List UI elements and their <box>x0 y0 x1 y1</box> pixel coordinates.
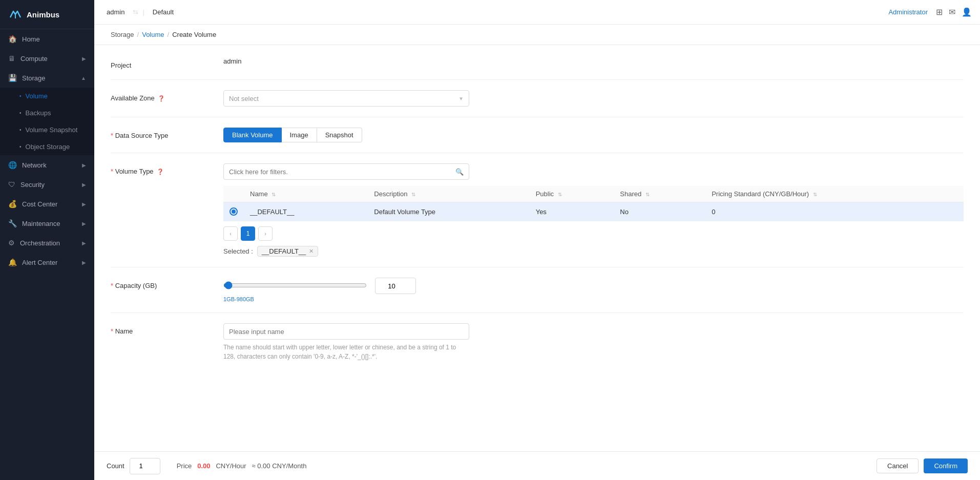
sidebar-child-volume-snapshot[interactable]: Volume Snapshot <box>0 121 94 138</box>
mail-icon[interactable]: ✉ <box>949 7 955 17</box>
logo-text: Animbus <box>27 10 59 19</box>
capacity-row <box>223 278 964 294</box>
capacity-label: Capacity (GB) <box>111 278 223 289</box>
sidebar-child-backups[interactable]: Backups <box>0 105 94 121</box>
pagination: ‹ 1 › <box>223 226 964 241</box>
help-icon-zone: ❓ <box>158 95 165 101</box>
topbar-tab-admin[interactable]: admin <box>102 6 129 18</box>
topbar-right: Administrator ⊞ ✉ 👤 <box>888 7 972 17</box>
sort-desc-icon: ⇅ <box>411 192 415 197</box>
selected-label-text: Selected : <box>223 247 253 255</box>
data-source-btn-group: Blank Volume Image Snapshot <box>223 128 964 142</box>
col-pricing-header[interactable]: Pricing Standard (CNY/GB/Hour) ⇅ <box>705 186 964 202</box>
sidebar-item-maintenance[interactable]: 🔧 Maintenance ▶ <box>0 214 94 233</box>
volume-type-label: Volume Type ❓ <box>111 163 223 175</box>
cost-center-icon: 💰 <box>8 200 17 208</box>
row-radio-cell <box>223 202 244 221</box>
sidebar-orchestration-label: Orchestration <box>20 239 60 247</box>
remove-selected-icon[interactable]: ✕ <box>309 248 314 255</box>
sidebar-item-cost-center[interactable]: 💰 Cost Center ▶ <box>0 194 94 214</box>
project-label: Project <box>111 57 223 69</box>
grid-icon[interactable]: ⊞ <box>936 7 943 17</box>
capacity-input[interactable] <box>375 278 416 294</box>
sidebar-item-network[interactable]: 🌐 Network ▶ <box>0 155 94 175</box>
form-row-project: Project admin <box>111 57 964 80</box>
selected-tag-text: __DEFAULT__ <box>262 247 306 255</box>
name-value-area: The name should start with upper letter,… <box>223 323 964 361</box>
btn-image[interactable]: Image <box>282 128 317 142</box>
sidebar-item-home[interactable]: 🏠 Home <box>0 29 94 49</box>
sidebar-cost-center-label: Cost Center <box>22 200 57 208</box>
user-icon[interactable]: 👤 <box>962 7 972 17</box>
available-zone-label: Available Zone ❓ <box>111 90 223 102</box>
count-section: Count <box>107 458 160 474</box>
next-page-btn[interactable]: › <box>258 226 273 241</box>
slider-wrap <box>223 281 367 291</box>
form-row-name: Name The name should start with upper le… <box>111 323 964 371</box>
sidebar-item-orchestration[interactable]: ⚙ Orchestration ▶ <box>0 233 94 253</box>
bottom-actions: Cancel Confirm <box>877 458 968 473</box>
volume-snapshot-label: Volume Snapshot <box>26 126 78 134</box>
available-zone-select[interactable]: Not select ▼ <box>223 90 469 107</box>
row-name-cell: __DEFAULT__ <box>244 202 368 221</box>
name-input[interactable] <box>223 323 469 340</box>
sidebar-item-storage[interactable]: 💾 Storage ▲ <box>0 68 94 88</box>
sidebar-child-volume[interactable]: Volume <box>0 88 94 105</box>
count-input[interactable] <box>130 458 160 474</box>
btn-snapshot[interactable]: Snapshot <box>317 128 362 142</box>
radio-dot-inner <box>232 210 236 214</box>
maintenance-icon: 🔧 <box>8 219 17 227</box>
selected-row-label: Selected : __DEFAULT__ ✕ <box>223 246 964 257</box>
capacity-value-area: 1GB-980GB <box>223 278 964 302</box>
table-row[interactable]: __DEFAULT__ Default Volume Type Yes No 0 <box>223 202 964 221</box>
col-name-header[interactable]: Name ⇅ <box>244 186 368 202</box>
chevron-right-icon-orch: ▶ <box>82 240 86 246</box>
storage-children: Volume Backups Volume Snapshot Object St… <box>0 88 94 155</box>
sidebar-item-alert-center[interactable]: 🔔 Alert Center ▶ <box>0 253 94 272</box>
topbar-icons: ⊞ ✉ 👤 <box>936 7 972 17</box>
price-info: Price 0.00 CNY/Hour ≈ 0.00 CNY/Month <box>177 462 307 470</box>
btn-blank-volume[interactable]: Blank Volume <box>223 128 282 142</box>
price-approx: ≈ 0.00 CNY/Month <box>252 462 307 470</box>
content-area: Project admin Available Zone ❓ Not selec… <box>94 45 980 480</box>
form-row-data-source: Data Source Type Blank Volume Image Snap… <box>111 128 964 153</box>
prev-page-btn[interactable]: ‹ <box>223 226 238 241</box>
volume-type-filter-wrap[interactable]: 🔍 <box>223 163 469 180</box>
breadcrumb-sep1: / <box>137 31 139 38</box>
col-shared-header[interactable]: Shared ⇅ <box>614 186 705 202</box>
chevron-right-icon: ▶ <box>82 56 86 61</box>
orchestration-icon: ⚙ <box>8 239 15 247</box>
breadcrumb-volume-link[interactable]: Volume <box>142 31 164 38</box>
topbar-user[interactable]: Administrator <box>888 8 928 16</box>
count-label: Count <box>107 462 124 470</box>
breadcrumb: Storage / Volume / Create Volume <box>111 31 964 38</box>
sort-shared-icon: ⇅ <box>645 192 650 197</box>
data-source-label: Data Source Type <box>111 128 223 139</box>
capacity-slider[interactable] <box>223 281 367 289</box>
chevron-right-icon-alert: ▶ <box>82 260 86 265</box>
volume-type-filter-input[interactable] <box>229 168 455 176</box>
cancel-button[interactable]: Cancel <box>877 458 919 473</box>
chevron-right-icon-maint: ▶ <box>82 221 86 226</box>
sidebar-home-label: Home <box>22 35 40 43</box>
sidebar-item-security[interactable]: 🛡 Security ▶ <box>0 175 94 194</box>
chevron-right-icon-security: ▶ <box>82 182 86 187</box>
chevron-down-icon: ▲ <box>81 75 86 81</box>
breadcrumb-sep2: / <box>168 31 170 38</box>
sort-public-icon: ⇅ <box>558 192 562 197</box>
price-value: 0.00 <box>197 462 210 470</box>
radio-button[interactable] <box>230 207 238 216</box>
page-1-btn[interactable]: 1 <box>241 226 255 241</box>
col-description-header[interactable]: Description ⇅ <box>368 186 529 202</box>
tab-divider: ⇆ <box>133 8 138 16</box>
col-public-header[interactable]: Public ⇅ <box>530 186 614 202</box>
sidebar-child-object-storage[interactable]: Object Storage <box>0 138 94 155</box>
help-icon-type: ❓ <box>157 169 164 175</box>
topbar-tab-default[interactable]: Default <box>149 6 178 18</box>
form-row-capacity: Capacity (GB) 1GB-980GB <box>111 278 964 313</box>
row-pricing-cell: 0 <box>705 202 964 221</box>
selected-tag: __DEFAULT__ ✕ <box>257 246 318 257</box>
sidebar-item-compute[interactable]: 🖥 Compute ▶ <box>0 49 94 68</box>
confirm-button[interactable]: Confirm <box>924 458 968 473</box>
sidebar-alert-label: Alert Center <box>22 259 57 266</box>
